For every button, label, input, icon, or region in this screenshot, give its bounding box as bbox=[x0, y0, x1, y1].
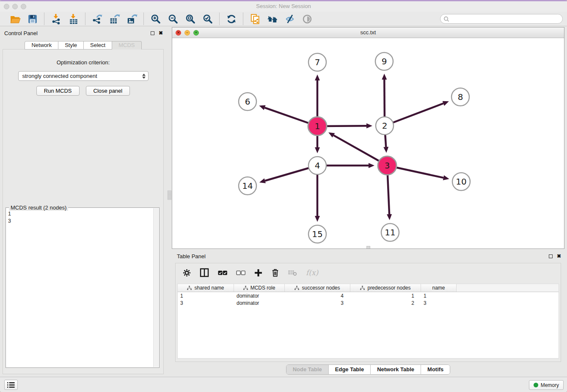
graph-edge-2-8[interactable] bbox=[385, 103, 443, 126]
criterion-dropdown[interactable]: strongly connected component bbox=[18, 71, 149, 81]
network-graph[interactable]: 1234678910111415 bbox=[172, 39, 564, 249]
import-table-icon[interactable] bbox=[68, 13, 79, 25]
optimization-criterion-label: Optimization criterion: bbox=[3, 59, 163, 66]
graph-arrowhead bbox=[315, 216, 320, 222]
mcds-result-box[interactable]: MCDS result (2 nodes) 1 3 bbox=[6, 207, 160, 368]
column-header-mcds-role[interactable]: MCDS role bbox=[234, 284, 285, 292]
export-table-icon[interactable] bbox=[109, 13, 120, 25]
application-window: Session: New Session bbox=[0, 0, 567, 392]
criterion-value: strongly connected component bbox=[22, 73, 142, 79]
open-session-icon[interactable] bbox=[9, 13, 21, 25]
graph-node-label: 10 bbox=[456, 177, 466, 187]
table-panel-header: Table Panel ✖ bbox=[172, 252, 564, 262]
attribute-icon bbox=[243, 286, 248, 290]
zoom-out-icon[interactable] bbox=[167, 13, 179, 25]
table-toolbar: f(x) bbox=[176, 263, 561, 282]
control-panel-title: Control Panel bbox=[4, 30, 38, 36]
memory-button[interactable]: Memory bbox=[529, 380, 564, 390]
main-toolbar bbox=[0, 12, 567, 26]
toggle-column-view-icon[interactable] bbox=[200, 268, 209, 277]
network-window-titlebar[interactable]: ✕ − + scc.txt bbox=[172, 28, 564, 38]
column-header-predecessor-nodes[interactable]: predecessor nodes bbox=[350, 284, 421, 292]
graph-node-label: 3 bbox=[385, 160, 390, 171]
control-panel-header: Control Panel ✖ bbox=[0, 29, 166, 39]
search-field[interactable] bbox=[440, 14, 563, 24]
panel-splitter-handle[interactable] bbox=[168, 190, 171, 200]
graph-arrowhead bbox=[443, 101, 449, 106]
graph-node-label: 7 bbox=[315, 57, 320, 67]
mcds-result-title: MCDS result (2 nodes) bbox=[9, 204, 68, 211]
table-row[interactable]: 1 dominator 4 1 1 bbox=[178, 292, 559, 299]
control-panel: Control Panel ✖ Network Style Select MCD… bbox=[0, 29, 166, 374]
result-scrollbar[interactable] bbox=[153, 208, 159, 367]
hide-graphics-details-icon[interactable] bbox=[284, 13, 295, 25]
function-builder-icon[interactable]: f(x) bbox=[306, 268, 318, 277]
status-bar: Memory bbox=[0, 377, 567, 392]
clone-network-icon[interactable] bbox=[249, 13, 261, 25]
create-column-icon[interactable] bbox=[254, 269, 262, 277]
settings-gear-icon[interactable] bbox=[183, 269, 191, 277]
graph-node-label: 11 bbox=[385, 227, 395, 237]
table-panel: Table Panel ✖ bbox=[172, 252, 564, 376]
tab-network-table[interactable]: Network Table bbox=[371, 365, 421, 374]
column-header-name[interactable]: name bbox=[421, 284, 457, 292]
tab-network[interactable]: Network bbox=[25, 41, 58, 50]
show-graphics-details-icon[interactable] bbox=[301, 13, 313, 25]
zoom-in-icon[interactable] bbox=[150, 13, 161, 25]
run-mcds-button[interactable]: Run MCDS bbox=[36, 86, 80, 96]
cell-name: 1 bbox=[421, 292, 457, 299]
network-view-window: ✕ − + scc.txt 1234678910111415 bbox=[172, 27, 564, 249]
column-header-successor-nodes[interactable]: successor nodes bbox=[285, 284, 350, 292]
float-panel-icon[interactable] bbox=[151, 31, 154, 35]
delete-column-icon[interactable] bbox=[271, 268, 279, 277]
graph-node-label: 9 bbox=[382, 56, 387, 66]
clear-all-checkboxes-icon[interactable] bbox=[236, 270, 245, 276]
tab-mcds[interactable]: MCDS bbox=[112, 41, 141, 50]
graph-arrowhead bbox=[387, 214, 392, 220]
home-icon[interactable] bbox=[267, 13, 278, 25]
export-network-icon[interactable] bbox=[91, 13, 103, 25]
control-panel-tabs: Network Style Select MCDS bbox=[0, 41, 166, 50]
graph-node-label: 6 bbox=[245, 97, 250, 107]
network-window-resize-handle[interactable] bbox=[366, 246, 370, 248]
attribute-icon bbox=[360, 286, 365, 290]
column-header-shared-name[interactable]: shared name bbox=[178, 284, 234, 292]
tab-style[interactable]: Style bbox=[58, 41, 84, 50]
tab-node-table[interactable]: Node Table bbox=[286, 365, 329, 374]
list-icon bbox=[7, 382, 15, 388]
close-panel-button[interactable]: Close panel bbox=[86, 86, 130, 96]
close-panel-icon[interactable]: ✖ bbox=[159, 30, 163, 36]
cell-predecessor-nodes: 1 bbox=[350, 292, 421, 299]
select-all-checkboxes-icon[interactable] bbox=[218, 270, 227, 276]
export-image-icon[interactable] bbox=[126, 13, 138, 25]
cell-name: 3 bbox=[421, 299, 457, 306]
graph-node-label: 15 bbox=[312, 229, 322, 239]
tab-edge-table[interactable]: Edge Table bbox=[329, 365, 371, 374]
refresh-icon[interactable] bbox=[226, 13, 237, 25]
memory-status-icon bbox=[534, 383, 538, 387]
node-table: shared name MCDS role successor nodes pr… bbox=[177, 284, 559, 359]
search-icon bbox=[443, 16, 449, 22]
search-input[interactable] bbox=[449, 15, 562, 23]
graph-node-label: 8 bbox=[458, 92, 463, 102]
cell-shared-name: 1 bbox=[178, 292, 234, 299]
network-window-title: scc.txt bbox=[172, 29, 564, 36]
table-row[interactable]: 3 dominator 3 2 3 bbox=[178, 299, 559, 306]
save-session-icon[interactable] bbox=[27, 13, 38, 25]
task-history-button[interactable] bbox=[4, 380, 18, 390]
float-table-panel-icon[interactable] bbox=[549, 254, 553, 258]
mcds-panel: Optimization criterion: strongly connect… bbox=[3, 49, 164, 374]
import-network-icon[interactable] bbox=[50, 13, 62, 25]
graph-arrowhead bbox=[369, 163, 374, 168]
memory-label: Memory bbox=[541, 382, 559, 388]
graph-node-label: 2 bbox=[382, 121, 388, 131]
tab-select[interactable]: Select bbox=[84, 41, 112, 50]
delete-table-icon[interactable] bbox=[288, 269, 297, 276]
zoom-fit-icon[interactable] bbox=[184, 13, 196, 25]
zoom-selected-icon[interactable] bbox=[202, 13, 213, 25]
attribute-icon bbox=[187, 286, 192, 290]
tab-motifs[interactable]: Motifs bbox=[421, 365, 450, 374]
graph-arrowhead bbox=[259, 178, 266, 183]
main-titlebar[interactable]: Session: New Session bbox=[0, 1, 567, 12]
close-table-panel-icon[interactable]: ✖ bbox=[557, 254, 561, 259]
